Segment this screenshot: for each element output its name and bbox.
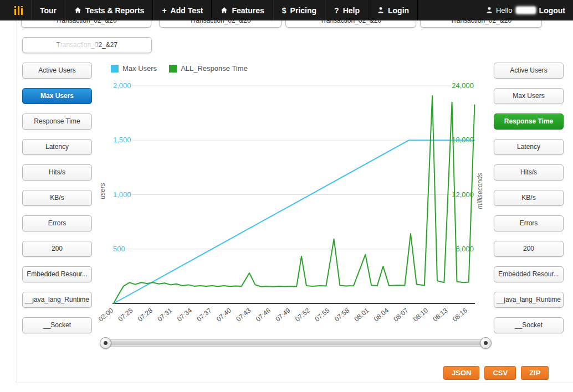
sidebar-left-item-java-lang-runtime[interactable]: __java_lang_Runtime xyxy=(22,292,92,308)
left-axis-tick-label: 1,500 xyxy=(113,136,131,144)
content-left-border xyxy=(17,20,17,383)
sidebar-left-item-socket[interactable]: __Socket xyxy=(22,317,92,333)
x-axis-tick-label: 07:49 xyxy=(274,306,291,323)
slider-handle-dot xyxy=(484,341,488,345)
nav-item-tour[interactable]: Tour xyxy=(31,0,65,20)
x-axis-tick-label: 08:07 xyxy=(392,306,410,323)
sidebar-left-item-200[interactable]: 200 xyxy=(22,241,92,257)
legend-swatch-max-users xyxy=(111,65,119,73)
slider-handle-left[interactable] xyxy=(100,337,111,349)
x-axis-tick-label: 07:58 xyxy=(333,306,351,323)
user-icon xyxy=(486,7,493,14)
sidebar-right-item-embedded-resour[interactable]: Embedded Resour... xyxy=(494,266,564,282)
left-axis-tick-label: 1,000 xyxy=(113,190,131,199)
sidebar-right-item-max-users[interactable]: Max Users xyxy=(494,88,564,104)
x-axis-tick-label: 07:46 xyxy=(254,306,272,323)
series-line-all-response-time xyxy=(114,96,474,303)
dollar-icon: $ xyxy=(282,6,286,15)
export-csv-button[interactable]: CSV xyxy=(484,366,516,380)
left-axis-tick-label: 2,000 xyxy=(113,81,131,90)
sidebar-left-item-active-users[interactable]: Active Users xyxy=(22,63,92,79)
home-icon xyxy=(74,7,81,14)
sidebar-right-item-200[interactable]: 200 xyxy=(494,241,564,257)
sidebar-right-item-errors[interactable]: Errors xyxy=(494,215,564,231)
series-line-max-users xyxy=(114,140,474,303)
x-axis-tick-label: 08:10 xyxy=(412,306,429,323)
x-axis-tick-label: 07:43 xyxy=(234,306,252,323)
x-axis-tick-label: 02:00 xyxy=(97,306,115,323)
sidebar-right-item-java-lang-runtime[interactable]: __java_lang_Runtime xyxy=(494,292,564,308)
tab-transaction-selected[interactable]: Transaction_02_&27 xyxy=(22,37,152,53)
sidebar-left-item-max-users[interactable]: Max Users xyxy=(22,88,92,104)
right-axis-tick-label: 12,000 xyxy=(452,190,474,199)
x-axis-tick-label: 07:37 xyxy=(195,306,213,323)
x-axis-tick-label: 08:16 xyxy=(451,306,469,323)
nav-item-tests-reports[interactable]: Tests & Reports xyxy=(65,0,153,20)
x-axis-tick-label: 07:25 xyxy=(116,306,134,323)
sidebar-left-item-kb-s[interactable]: KB/s xyxy=(22,190,92,206)
nav-item-label: Help xyxy=(343,6,360,15)
nav-item-features[interactable]: Features xyxy=(212,0,273,20)
brand-logo-icon xyxy=(13,5,24,16)
left-axis-title: users xyxy=(99,183,106,199)
x-axis-tick-label: 07:31 xyxy=(156,306,173,323)
x-axis-tick-label: 07:55 xyxy=(313,306,331,323)
brand-logo[interactable] xyxy=(0,5,31,16)
sidebar-left-item-embedded-resour[interactable]: Embedded Resour... xyxy=(22,266,92,282)
nav-item-label: Tests & Reports xyxy=(85,6,144,15)
export-buttons: JSON CSV ZIP xyxy=(443,366,549,380)
user-icon xyxy=(377,7,384,14)
plus-icon: + xyxy=(162,6,166,15)
legend-label-max-users: Max Users xyxy=(122,64,157,73)
export-json-button[interactable]: JSON xyxy=(443,366,479,380)
home-icon xyxy=(221,7,228,14)
logout-link[interactable]: Logout xyxy=(539,6,565,15)
nav-item-add-test[interactable]: + Add Test xyxy=(153,0,212,20)
sidebar-right-item-hits-s[interactable]: Hits/s xyxy=(494,164,564,180)
nav-item-label: Tour xyxy=(40,6,57,15)
right-axis-tick-label: 6,000 xyxy=(456,245,474,253)
question-icon: ? xyxy=(334,6,339,15)
tab-label-redaction xyxy=(57,42,98,50)
slider-handle-right[interactable] xyxy=(480,337,492,349)
sidebar-left-item-response-time[interactable]: Response Time xyxy=(22,114,92,130)
nav-item-label: Features xyxy=(232,6,264,15)
content-bottom-border xyxy=(17,383,573,383)
sidebar-left-item-errors[interactable]: Errors xyxy=(22,215,92,231)
sidebar-right-item-latency[interactable]: Latency xyxy=(494,139,564,155)
legend-label-all-response-time: ALL_Response Time xyxy=(181,64,248,73)
nav-item-pricing[interactable]: $ Pricing xyxy=(273,0,325,20)
load-test-chart: 5006,0001,00012,0001,50018,0002,00024,00… xyxy=(90,61,495,341)
nav-item-login[interactable]: Login xyxy=(369,0,418,20)
x-axis-tick-label: 07:28 xyxy=(136,306,154,323)
time-range-slider-track[interactable] xyxy=(101,339,491,347)
nav-user-area: Hello Logout xyxy=(486,0,570,20)
sidebar-right-item-kb-s[interactable]: KB/s xyxy=(494,190,564,206)
legend-swatch-all-response-time xyxy=(169,65,177,73)
right-axis-tick-label: 24,000 xyxy=(452,81,474,90)
sidebar-right-item-active-users[interactable]: Active Users xyxy=(494,63,564,79)
slider-handle-dot xyxy=(104,341,108,345)
chart-legend: Max UsersALL_Response Time xyxy=(111,64,248,73)
x-axis-tick-label: 08:13 xyxy=(431,306,449,323)
export-zip-button[interactable]: ZIP xyxy=(521,366,549,380)
x-axis-tick-label: 08:04 xyxy=(372,306,390,323)
nav-item-label: Add Test xyxy=(171,6,203,15)
page: Tour Tests & Reports + Add Test Features… xyxy=(0,0,573,392)
sidebar-left-item-hits-s[interactable]: Hits/s xyxy=(22,164,92,180)
right-axis-tick-label: 18,000 xyxy=(452,136,474,144)
sidebar-right-item-socket[interactable]: __Socket xyxy=(494,317,564,333)
x-axis-tick-label: 07:40 xyxy=(215,306,233,323)
sidebar-right-item-response-time[interactable]: Response Time xyxy=(494,114,564,130)
x-axis-tick-label: 07:52 xyxy=(294,306,311,323)
nav-item-help[interactable]: ? Help xyxy=(325,0,369,20)
navbar: Tour Tests & Reports + Add Test Features… xyxy=(0,0,573,20)
sidebar-left-item-latency[interactable]: Latency xyxy=(22,139,92,155)
nav-item-label: Login xyxy=(388,6,409,15)
legend-item-all-response-time[interactable]: ALL_Response Time xyxy=(169,64,248,73)
nav-item-label: Pricing xyxy=(290,6,316,15)
legend-item-max-users[interactable]: Max Users xyxy=(111,64,157,73)
hello-label: Hello xyxy=(496,6,513,14)
x-axis-tick-label: 08:01 xyxy=(352,306,370,323)
time-range-slider-range[interactable] xyxy=(104,341,488,345)
